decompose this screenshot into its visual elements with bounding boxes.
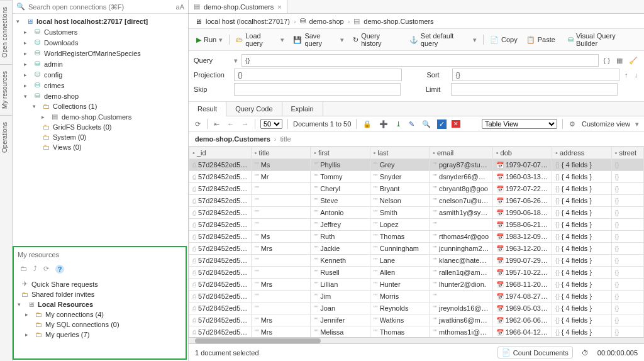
- table-row[interactable]: ⎙57d28452ed5d4""Mrs""Jackie""Cunningham"…: [189, 243, 644, 255]
- db-node[interactable]: ▸⛁WorldRegisterOfMarineSpecies: [13, 48, 188, 58]
- db-node[interactable]: ▸⛁crimes: [13, 80, 188, 91]
- cell-last[interactable]: ""Cunningham: [370, 243, 429, 255]
- table-row[interactable]: ⎙57d28452ed5d4""""Cheryl""Bryant""cbryan…: [189, 183, 644, 195]
- subtab-query-code[interactable]: Query Code: [226, 102, 282, 116]
- cell-last[interactable]: ""Watkins: [370, 314, 429, 326]
- cell-dob[interactable]: 📅1958-06-21T11:: [492, 219, 552, 231]
- cell-last[interactable]: ""Smith: [370, 207, 429, 219]
- breadcrumb-collection[interactable]: demo-shop.Customers: [364, 18, 433, 25]
- cell-address[interactable]: {}{ 4 fields }: [552, 171, 611, 183]
- refresh-icon[interactable]: ⟳: [194, 120, 202, 128]
- cell-address[interactable]: {}{ 4 fields }: [552, 183, 611, 195]
- cell-dob[interactable]: 📅1962-06-06T02: [492, 314, 552, 326]
- view-mode-select[interactable]: Table View: [482, 119, 557, 129]
- cell-address[interactable]: {}{ 4 fields }: [552, 291, 611, 303]
- cell-_id[interactable]: ⎙57d28452ed5d4: [189, 255, 252, 267]
- cell-last[interactable]: ""Snyder: [370, 171, 429, 183]
- db-node[interactable]: ▸⛁Customers: [13, 26, 188, 37]
- db-node-expanded[interactable]: ▾⛁demo-shop: [13, 91, 188, 101]
- cell-address[interactable]: {}{ 4 fields }: [552, 303, 611, 314]
- cell-title[interactable]: ""Mrs: [251, 326, 310, 338]
- cell-address[interactable]: {}{ 4 fields }: [552, 207, 611, 219]
- cell-dob[interactable]: 📅1969-05-03T05: [492, 303, 552, 314]
- cell-_id[interactable]: ⎙57d28452ed5d4: [189, 195, 252, 207]
- cell-title[interactable]: "": [251, 291, 310, 303]
- cell-email[interactable]: ""jreynolds16@ima: [429, 303, 492, 314]
- cell-first[interactable]: ""Jackie: [311, 243, 370, 255]
- folder-collections[interactable]: ▾🗀Collections (1): [13, 101, 188, 111]
- table-row[interactable]: ⎙57d28452ed5d4""Ms""Phyllis""Grey""pgray…: [189, 159, 644, 171]
- query-input[interactable]: {}: [242, 54, 599, 67]
- cell-address[interactable]: {}{ 4 fields }: [552, 219, 611, 231]
- add-folder-icon[interactable]: 🗀: [20, 265, 27, 274]
- edit-icon[interactable]: ✎: [408, 120, 416, 128]
- next-page-icon[interactable]: →: [240, 120, 250, 128]
- json-view-icon[interactable]: { }: [602, 57, 611, 64]
- cell-last[interactable]: ""Nelson: [370, 195, 429, 207]
- delete-icon[interactable]: ✕: [452, 120, 460, 128]
- cell-dob[interactable]: 📅1967-06-26T08: [492, 195, 552, 207]
- visual-query-builder-button[interactable]: ⛁Visual Query Builder: [565, 31, 639, 48]
- cell-email[interactable]: "": [429, 219, 492, 231]
- cell-_id[interactable]: ⎙57d28452ed5d4: [189, 183, 252, 195]
- cell-dob[interactable]: 📅1966-04-12T04: [492, 326, 552, 338]
- cell-first[interactable]: ""Steve: [311, 195, 370, 207]
- result-crumb-collection[interactable]: demo-shop.Customers: [195, 135, 270, 143]
- cell-address[interactable]: {}{ 4 fields }: [552, 195, 611, 207]
- save-query-button[interactable]: 💾Save query▾: [291, 31, 347, 48]
- sort-desc-icon[interactable]: ↓: [633, 71, 640, 79]
- set-default-query-button[interactable]: ⚓Set default query▾: [407, 31, 479, 48]
- cell-dob[interactable]: 📅1968-11-20T03:: [492, 279, 552, 291]
- cell-street[interactable]: {}: [611, 291, 643, 303]
- cell-email[interactable]: ""dsnyder66@umi: [429, 171, 492, 183]
- cell-email[interactable]: ""asmith1y@syman: [429, 207, 492, 219]
- cell-last[interactable]: ""Morris: [370, 291, 429, 303]
- page-size-select[interactable]: 50: [260, 119, 282, 129]
- cell-dob[interactable]: 📅1990-07-29T04: [492, 255, 552, 267]
- cell-email[interactable]: ""pgray87@studio: [429, 159, 492, 171]
- shared-folder[interactable]: 🗀Shared folder invites: [14, 289, 186, 299]
- column-header[interactable]: _id: [189, 147, 252, 159]
- column-header[interactable]: last: [370, 147, 429, 159]
- run-button[interactable]: ▶Run▾: [194, 35, 225, 45]
- cell-dob[interactable]: 📅1990-06-18T21:: [492, 207, 552, 219]
- my-sql-connections[interactable]: 🗀My SQL connections (0): [14, 319, 186, 330]
- cell-title[interactable]: "": [251, 303, 310, 314]
- cell-_id[interactable]: ⎙57d28452ed5d4: [189, 314, 252, 326]
- cell-dob[interactable]: 📅1972-07-22T09:: [492, 183, 552, 195]
- vtab-operations[interactable]: Operations: [0, 115, 12, 159]
- cell-email[interactable]: ""rthomas4r@goo: [429, 231, 492, 243]
- cell-street[interactable]: {}: [611, 314, 643, 326]
- cell-last[interactable]: ""Thomas: [370, 231, 429, 243]
- lock-icon[interactable]: 🔒: [362, 120, 373, 128]
- cell-street[interactable]: {}: [611, 183, 643, 195]
- cell-address[interactable]: {}{ 4 fields }: [552, 314, 611, 326]
- table-row[interactable]: ⎙57d28452ed5d4""""Steve""Nelson""cnelson…: [189, 195, 644, 207]
- column-header[interactable]: email: [429, 147, 492, 159]
- cell-email[interactable]: ""lhunter2@dion.: [429, 279, 492, 291]
- collection-node[interactable]: ▸▤demo-shop.Customers: [13, 111, 188, 122]
- connection-node[interactable]: ▾ 🖥 local host localhost:27017 [direct]: [13, 16, 188, 26]
- editor-tab[interactable]: ▤ demo-shop.Customers ×: [189, 0, 287, 13]
- customize-view-button[interactable]: Customize view: [582, 120, 630, 128]
- cell-title[interactable]: ""Mrs: [251, 314, 310, 326]
- cell-first[interactable]: ""Kenneth: [311, 255, 370, 267]
- export-icon[interactable]: ⤓: [394, 120, 402, 128]
- cell-title[interactable]: "": [251, 255, 310, 267]
- cell-dob[interactable]: 📅1957-10-22T02:: [492, 267, 552, 279]
- cell-last[interactable]: ""Lopez: [370, 219, 429, 231]
- sort-input[interactable]: {}: [452, 69, 620, 81]
- folder-gridfs[interactable]: 🗀GridFS Buckets (0): [13, 122, 188, 132]
- db-node[interactable]: ▸⛁config: [13, 69, 188, 80]
- column-header[interactable]: street: [611, 147, 643, 159]
- cell-email[interactable]: ""klanec@hatena.: [429, 255, 492, 267]
- cell-_id[interactable]: ⎙57d28452ed5d4: [189, 267, 252, 279]
- table-row[interactable]: ⎙57d28452ed5d4""Mrs""Jennifer""Watkins""…: [189, 314, 644, 326]
- cell-street[interactable]: {}: [611, 159, 643, 171]
- cell-email[interactable]: ""rallen1q@amazo: [429, 267, 492, 279]
- cell-title[interactable]: ""Ms: [251, 231, 310, 243]
- cell-dob[interactable]: 📅1963-12-20T13:: [492, 243, 552, 255]
- skip-input[interactable]: [234, 83, 401, 96]
- table-row[interactable]: ⎙57d28452ed5d4""""Jeffrey""Lopez""📅1958-…: [189, 219, 644, 231]
- grid-icon[interactable]: ▦: [615, 57, 624, 65]
